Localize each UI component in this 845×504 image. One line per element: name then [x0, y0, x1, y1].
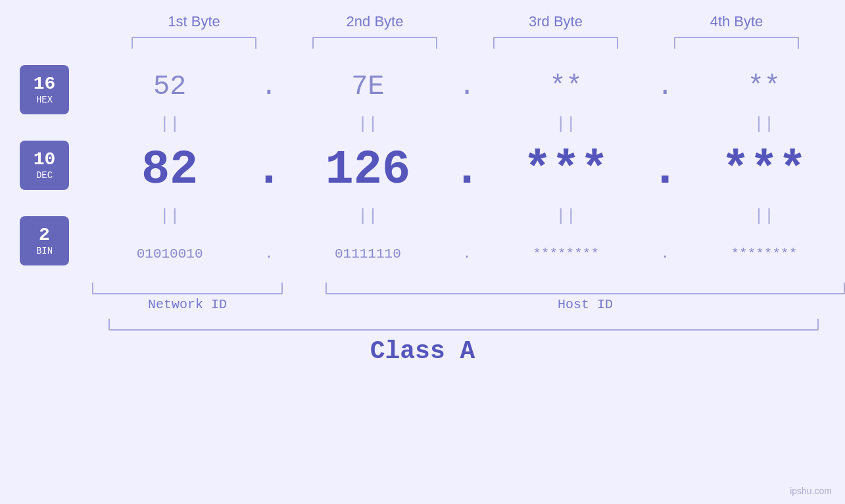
byte4-col: ** || *** || ******** — [683, 62, 845, 279]
class-label: Class A — [0, 337, 845, 365]
byte-headers: 1st Byte 2nd Byte 3rd Byte 4th Byte — [104, 13, 827, 30]
byte3-hex: ** — [549, 62, 582, 111]
byte3-header: 3rd Byte — [490, 13, 621, 30]
rows-wrapper: 16 HEX 10 DEC 2 BIN — [0, 62, 845, 279]
dec-badge: 10 DEC — [20, 141, 69, 190]
bin-badge-wrapper: 2 BIN — [20, 216, 69, 265]
bin-badge: 2 BIN — [20, 216, 69, 265]
network-bracket — [92, 283, 283, 294]
dot3-col: . . . — [647, 62, 683, 279]
byte4-dec: *** — [721, 137, 807, 203]
byte2-eq1: || — [358, 111, 378, 137]
byte2-eq2: || — [358, 203, 378, 229]
dot2-col: . . . — [449, 62, 485, 279]
byte1-hex: 52 — [153, 62, 186, 111]
dot2-dec: . — [452, 137, 481, 203]
byte2-header: 2nd Byte — [309, 13, 441, 30]
hex-badge-number: 16 — [34, 74, 56, 95]
bin-badge-label: BIN — [36, 246, 53, 256]
dot3-hex: . — [657, 62, 673, 111]
bracket-byte4 — [674, 37, 799, 49]
byte2-col: 7E || 126 || 01111110 — [287, 62, 448, 279]
byte3-dec: *** — [523, 137, 609, 203]
hex-badge: 16 HEX — [20, 65, 69, 114]
byte1-dec: 82 — [141, 137, 198, 203]
dec-badge-wrapper: 10 DEC — [20, 141, 69, 190]
byte1-eq1: || — [160, 111, 180, 137]
large-bracket — [109, 319, 819, 331]
byte4-eq2: || — [754, 203, 774, 229]
right-data: 52 || 82 || 01010010 . . . 7E || 126 || … — [89, 62, 845, 279]
byte1-bin: 01010010 — [137, 229, 203, 279]
bracket-byte2 — [312, 37, 437, 49]
dot3-bin: . — [661, 229, 669, 279]
byte3-eq1: || — [556, 111, 576, 137]
dot1-hex: . — [260, 62, 277, 111]
bracket-byte1 — [132, 37, 256, 49]
network-id-label: Network ID — [92, 297, 283, 312]
bottom-brackets-row — [89, 283, 845, 294]
host-id-label: Host ID — [326, 297, 845, 312]
id-labels-row: Network ID Host ID — [89, 297, 845, 312]
top-brackets — [104, 37, 827, 49]
dot3-dec: . — [651, 137, 679, 203]
dot1-bin: . — [264, 229, 273, 279]
bracket-byte3 — [493, 37, 618, 49]
byte4-bin: ******** — [731, 229, 797, 279]
hex-badge-label: HEX — [36, 95, 53, 105]
byte3-bin: ******** — [533, 229, 599, 279]
dot1-col: . . . — [251, 62, 287, 279]
byte1-col: 52 || 82 || 01010010 — [89, 62, 251, 279]
byte2-dec: 126 — [326, 137, 411, 203]
dot1-dec: . — [254, 137, 283, 203]
host-bracket — [326, 283, 845, 294]
dot2-bin: . — [463, 229, 471, 279]
byte4-hex: ** — [748, 62, 781, 111]
byte1-header: 1st Byte — [128, 13, 260, 30]
dec-badge-label: DEC — [36, 170, 53, 181]
byte4-eq1: || — [754, 111, 774, 137]
byte4-header: 4th Byte — [671, 13, 802, 30]
watermark: ipshu.com — [790, 486, 832, 496]
hex-badge-wrapper: 16 HEX — [20, 65, 69, 114]
bin-badge-number: 2 — [39, 225, 50, 246]
byte1-eq2: || — [160, 203, 180, 229]
byte2-hex: 7E — [351, 62, 384, 111]
byte2-bin: 01111110 — [335, 229, 401, 279]
dot2-hex: . — [458, 62, 475, 111]
badges-column: 16 HEX 10 DEC 2 BIN — [0, 62, 89, 279]
main-container: 1st Byte 2nd Byte 3rd Byte 4th Byte 16 H… — [0, 0, 845, 504]
dec-badge-number: 10 — [34, 150, 56, 170]
byte3-eq2: || — [556, 203, 576, 229]
byte3-col: ** || *** || ******** — [485, 62, 647, 279]
